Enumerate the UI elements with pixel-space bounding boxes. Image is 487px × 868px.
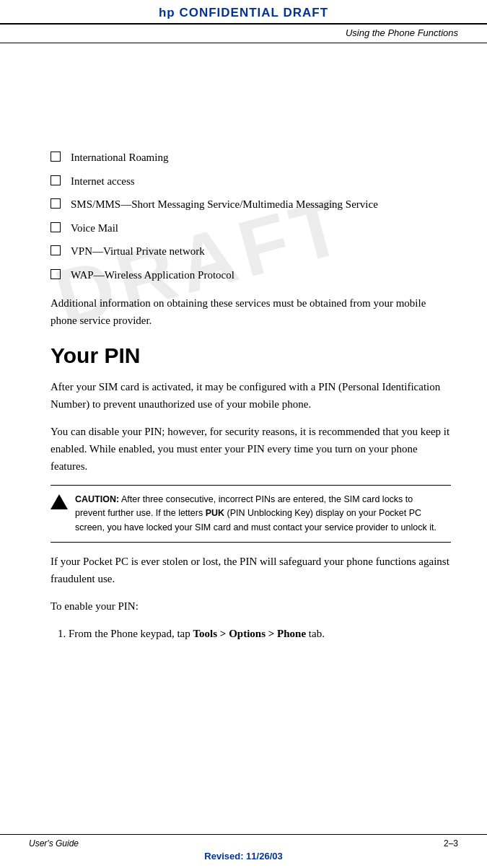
checkbox-icon bbox=[51, 175, 61, 185]
caution-label: CAUTION: bbox=[75, 494, 119, 504]
checkbox-icon bbox=[51, 269, 61, 279]
caution-box: CAUTION: After three consecutive, incorr… bbox=[51, 485, 451, 543]
caution-puk-word: PUK bbox=[206, 508, 224, 518]
bullet-text: VPN—Virtual Private network bbox=[71, 243, 451, 260]
checkbox-icon bbox=[51, 222, 61, 232]
list-item: WAP—Wireless Application Protocol bbox=[51, 267, 451, 284]
checkbox-icon bbox=[51, 245, 61, 255]
footer-bottom-row: Revised: 11/26/03 bbox=[0, 850, 487, 868]
list-item: Internet access bbox=[51, 173, 451, 190]
section-label: Using the Phone Functions bbox=[0, 25, 487, 43]
section-label-text: Using the Phone Functions bbox=[346, 27, 458, 38]
paragraph-2: You can disable your PIN; however, for s… bbox=[51, 423, 451, 475]
footer-left-text: User's Guide bbox=[29, 838, 79, 849]
footer-top-row: User's Guide 2–3 bbox=[0, 834, 487, 850]
bullet-text: SMS/MMS—Short Messaging Service/Multimed… bbox=[71, 196, 451, 213]
page-header: hp CONFIDENTIAL DRAFT bbox=[0, 0, 487, 25]
list-item: Voice Mail bbox=[51, 220, 451, 237]
footer-revised-text: Revised: 11/26/03 bbox=[204, 851, 282, 862]
footer-page-number: 2–3 bbox=[444, 838, 458, 849]
header-title: hp CONFIDENTIAL DRAFT bbox=[159, 6, 328, 19]
caution-triangle-icon bbox=[51, 494, 68, 509]
bullet-text: WAP—Wireless Application Protocol bbox=[71, 267, 451, 284]
main-content: DRAFT International Roaming Internet acc… bbox=[0, 43, 487, 664]
checkbox-icon bbox=[51, 152, 61, 162]
paragraph-4: To enable your PIN: bbox=[51, 597, 451, 615]
bullet-list: International Roaming Internet access SM… bbox=[51, 149, 451, 283]
intro-paragraph: Additional information on obtaining thes… bbox=[51, 294, 451, 329]
bullet-text: International Roaming bbox=[71, 149, 451, 166]
caution-text: CAUTION: After three consecutive, incorr… bbox=[75, 493, 444, 535]
list-item: VPN—Virtual Private network bbox=[51, 243, 451, 260]
list-item: International Roaming bbox=[51, 149, 451, 166]
section-heading: Your PIN bbox=[51, 343, 451, 368]
list-item: SMS/MMS—Short Messaging Service/Multimed… bbox=[51, 196, 451, 213]
step1-suffix: tab. bbox=[306, 628, 325, 639]
step-1: 1. From the Phone keypad, tap Tools > Op… bbox=[51, 625, 451, 642]
page-footer: User's Guide 2–3 Revised: 11/26/03 bbox=[0, 834, 487, 868]
checkbox-icon bbox=[51, 198, 61, 209]
step1-bold: Tools > Options > Phone bbox=[193, 628, 306, 639]
bullet-text: Internet access bbox=[71, 173, 451, 190]
bullet-text: Voice Mail bbox=[71, 220, 451, 237]
paragraph-3: If your Pocket PC is ever stolen or lost… bbox=[51, 553, 451, 587]
paragraph-1: After your SIM card is activated, it may… bbox=[51, 378, 451, 413]
step1-prefix: 1. From the Phone keypad, tap bbox=[58, 628, 193, 639]
